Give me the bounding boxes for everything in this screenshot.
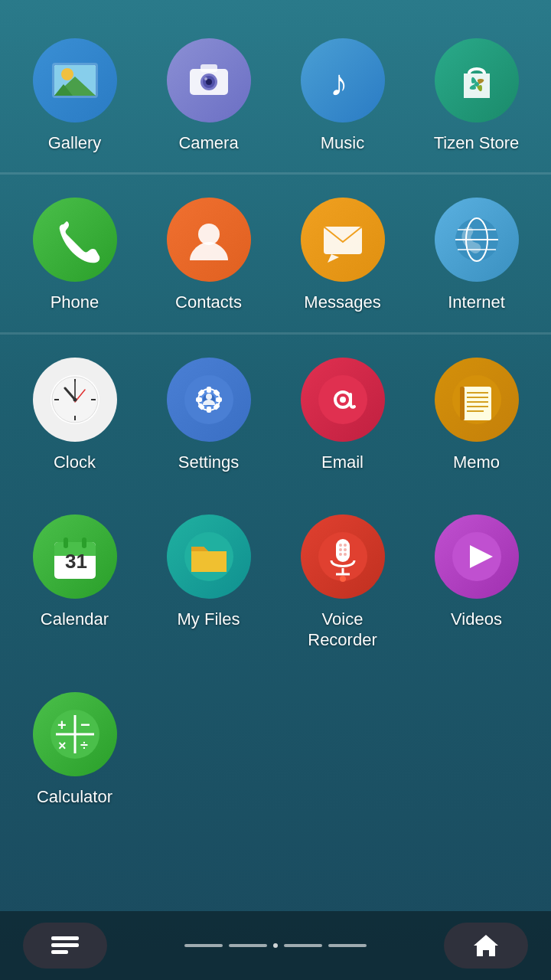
app-messages[interactable]: Messages [276,182,409,332]
svg-text:♪: ♪ [330,63,348,103]
internet-icon [435,198,519,282]
svg-rect-88 [51,943,79,947]
page-dash-2 [229,944,267,947]
app-settings[interactable]: Settings [142,342,276,492]
messages-icon [301,198,385,282]
internet-label: Internet [448,292,505,312]
calculator-icon: + − × ÷ [33,692,117,776]
app-gallery[interactable]: Gallery [8,23,142,172]
svg-point-72 [344,548,347,551]
page-dash-1 [184,944,223,947]
svg-rect-68 [336,539,350,562]
svg-point-46 [340,397,346,403]
app-phone[interactable]: Phone [8,182,142,332]
svg-rect-48 [462,387,491,420]
svg-text:+: + [57,717,67,733]
svg-point-77 [340,576,346,582]
clock-icon [33,358,117,442]
page-indicator [184,943,367,948]
home-button[interactable] [444,923,528,969]
tizen-icon [435,38,519,122]
tizen-label: Tizen Store [434,133,520,153]
settings-label: Settings [178,452,240,472]
svg-rect-64 [82,537,86,548]
app-music[interactable]: ♪ Music [276,23,409,172]
app-tizen[interactable]: Tizen Store [409,23,543,172]
phone-label: Phone [51,292,99,312]
svg-point-73 [339,553,342,556]
svg-point-50 [460,390,465,395]
app-voicerecorder[interactable]: VoiceRecorder [276,499,409,669]
svg-point-43 [206,394,212,400]
svg-rect-66 [191,551,227,572]
svg-point-52 [460,404,465,409]
svg-rect-87 [51,936,79,940]
app-memo[interactable]: Memo [409,342,543,492]
svg-text:−: − [80,715,90,734]
svg-rect-7 [201,64,217,72]
svg-rect-35 [207,407,211,413]
videos-icon [435,514,519,599]
svg-rect-37 [216,397,222,402]
task-button[interactable] [23,923,107,969]
bottom-nav [0,911,551,980]
myfiles-icon [167,514,251,599]
phone-icon [33,198,117,282]
music-label: Music [321,133,364,153]
gallery-icon [33,38,117,122]
calendar-icon: 31 [33,514,117,599]
svg-point-71 [339,548,342,551]
contacts-icon [167,198,251,282]
settings-icon [167,358,251,442]
memo-icon [435,358,519,442]
voicerecorder-label: VoiceRecorder [308,609,377,650]
camera-label: Camera [178,133,238,153]
voicerecorder-icon [301,514,385,599]
svg-rect-89 [51,950,68,954]
gallery-label: Gallery [48,133,102,153]
svg-text:×: × [58,738,67,753]
app-contacts[interactable]: Contacts [142,182,276,332]
app-email[interactable]: Email [276,342,409,492]
email-label: Email [321,452,364,472]
music-icon: ♪ [301,38,385,122]
app-clock[interactable]: Clock [8,342,142,492]
app-calendar[interactable]: 31 Calendar [8,499,142,669]
svg-point-53 [460,411,465,416]
svg-point-14 [198,224,220,245]
memo-label: Memo [453,452,500,472]
page-separator [273,943,278,948]
calculator-label: Calculator [37,787,112,807]
svg-point-70 [344,544,347,547]
svg-rect-36 [196,397,202,402]
svg-point-69 [339,544,342,547]
app-camera[interactable]: Camera [142,23,276,172]
camera-icon [167,38,251,122]
svg-point-30 [73,397,77,401]
app-internet[interactable]: Internet [409,182,543,332]
app-videos[interactable]: Videos [409,499,543,669]
svg-text:÷: ÷ [80,738,88,753]
videos-label: Videos [451,609,502,629]
email-icon [301,358,385,442]
svg-point-74 [344,553,347,556]
svg-rect-63 [64,537,68,548]
svg-marker-90 [474,935,498,956]
svg-point-11 [204,77,207,80]
svg-text:31: 31 [65,550,87,573]
clock-label: Clock [54,452,96,472]
calendar-label: Calendar [41,609,109,629]
app-calculator[interactable]: + − × ÷ Calculator [8,677,142,826]
svg-point-3 [61,68,73,80]
myfiles-label: My Files [178,609,240,629]
page-dash-3 [284,944,322,947]
app-myfiles[interactable]: My Files [142,499,276,669]
svg-point-51 [460,397,465,402]
svg-rect-34 [207,387,211,393]
messages-label: Messages [304,292,380,312]
page-dash-4 [328,944,367,947]
contacts-label: Contacts [175,292,242,312]
